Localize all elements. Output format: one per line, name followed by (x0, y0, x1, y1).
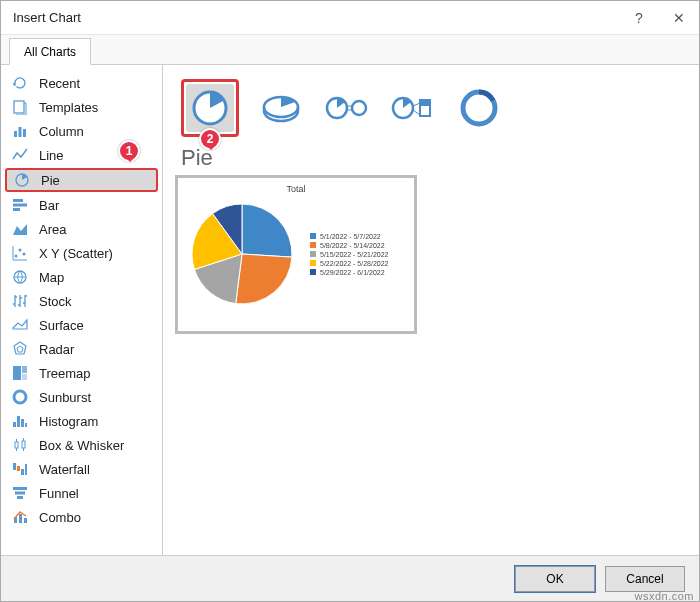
legend-swatch (310, 260, 316, 266)
legend-label: 5/8/2022 - 5/14/2022 (320, 242, 385, 249)
subtype-doughnut[interactable] (455, 84, 503, 132)
legend-item: 5/15/2022 - 5/21/2022 (310, 251, 389, 258)
subtype-bar-of-pie[interactable] (389, 84, 437, 132)
subtype-pie-3d[interactable] (257, 84, 305, 132)
svg-rect-34 (19, 514, 22, 523)
svg-rect-42 (420, 100, 430, 106)
svg-point-9 (15, 255, 18, 258)
window-title: Insert Chart (13, 10, 619, 25)
sidebar-item-boxwhisker[interactable]: Box & Whisker (1, 433, 162, 457)
sidebar-item-area[interactable]: Area (1, 217, 162, 241)
svg-rect-21 (17, 416, 20, 427)
line-icon (11, 146, 29, 164)
preview-legend: 5/1/2022 - 5/7/20225/8/2022 - 5/14/20225… (310, 231, 389, 278)
sidebar-item-label: Radar (39, 342, 74, 357)
svg-marker-14 (17, 346, 23, 352)
legend-item: 5/29/2022 - 6/1/2022 (310, 269, 389, 276)
ok-button[interactable]: OK (515, 566, 595, 592)
legend-swatch (310, 251, 316, 257)
surface-icon (11, 316, 29, 334)
sidebar-item-label: Recent (39, 76, 80, 91)
legend-swatch (310, 233, 316, 239)
sidebar-item-label: Pie (41, 173, 60, 188)
sidebar-item-label: Funnel (39, 486, 79, 501)
recent-icon (11, 74, 29, 92)
svg-rect-23 (25, 423, 27, 427)
radar-icon (11, 340, 29, 358)
subtype-pie-of-pie[interactable] (323, 84, 371, 132)
sidebar-item-label: Histogram (39, 414, 98, 429)
svg-rect-2 (19, 127, 22, 137)
sidebar-item-label: Stock (39, 294, 72, 309)
main-area: 2 Pie Total 5/1 (163, 65, 699, 555)
sidebar-item-templates[interactable]: Templates (1, 95, 162, 119)
sidebar-item-column[interactable]: Column (1, 119, 162, 143)
svg-marker-8 (13, 224, 27, 235)
svg-rect-31 (15, 492, 25, 495)
legend-swatch (310, 269, 316, 275)
sidebar-item-label: Surface (39, 318, 84, 333)
sidebar-item-scatter[interactable]: X Y (Scatter) (1, 241, 162, 265)
sidebar-item-combo[interactable]: Combo (1, 505, 162, 529)
sidebar-item-treemap[interactable]: Treemap (1, 361, 162, 385)
svg-rect-32 (17, 496, 23, 499)
waterfall-icon (11, 460, 29, 478)
pie-subtype-row: 2 (177, 75, 685, 145)
tab-all-charts[interactable]: All Charts (9, 38, 91, 65)
sidebar-item-label: Map (39, 270, 64, 285)
sidebar-item-label: Waterfall (39, 462, 90, 477)
legend-label: 5/29/2022 - 6/1/2022 (320, 269, 385, 276)
legend-label: 5/15/2022 - 5/21/2022 (320, 251, 389, 258)
legend-item: 5/22/2022 - 5/28/2022 (310, 260, 389, 267)
svg-rect-1 (14, 131, 17, 137)
legend-item: 5/8/2022 - 5/14/2022 (310, 242, 389, 249)
sidebar-item-map[interactable]: Map (1, 265, 162, 289)
sidebar-item-waterfall[interactable]: Waterfall (1, 457, 162, 481)
sidebar-item-sunburst[interactable]: Sunburst (1, 385, 162, 409)
svg-point-39 (352, 101, 366, 115)
legend-swatch (310, 242, 316, 248)
sidebar-item-funnel[interactable]: Funnel (1, 481, 162, 505)
funnel-icon (11, 484, 29, 502)
sidebar-item-label: Templates (39, 100, 98, 115)
tabs-bar: All Charts (1, 35, 699, 65)
combo-icon (11, 508, 29, 526)
sidebar-item-label: Box & Whisker (39, 438, 124, 453)
svg-rect-17 (22, 374, 27, 380)
svg-rect-3 (23, 129, 26, 137)
sunburst-icon (11, 388, 29, 406)
cancel-button[interactable]: Cancel (605, 566, 685, 592)
help-button[interactable]: ? (619, 1, 659, 35)
sidebar-item-label: Area (39, 222, 66, 237)
sidebar-item-stock[interactable]: Stock (1, 289, 162, 313)
svg-point-10 (19, 249, 22, 252)
svg-rect-30 (13, 487, 27, 490)
sidebar-item-radar[interactable]: Radar (1, 337, 162, 361)
close-button[interactable]: ✕ (659, 1, 699, 35)
svg-rect-20 (13, 422, 16, 427)
boxwhisker-icon (11, 436, 29, 454)
sidebar-item-pie[interactable]: Pie (5, 168, 158, 192)
sidebar-item-label: Treemap (39, 366, 91, 381)
preview-title: Total (188, 184, 404, 194)
sidebar-item-surface[interactable]: Surface (1, 313, 162, 337)
svg-rect-35 (24, 518, 27, 523)
pie-icon (13, 171, 31, 189)
watermark: wsxdn.com (634, 590, 694, 602)
svg-rect-7 (13, 208, 20, 211)
bar-icon (11, 196, 29, 214)
chart-preview[interactable]: Total 5/1/2022 - 5/7/20225/8/2022 - 5/14… (177, 177, 415, 332)
legend-label: 5/1/2022 - 5/7/2022 (320, 233, 381, 240)
sidebar-item-histogram[interactable]: Histogram (1, 409, 162, 433)
svg-rect-22 (21, 419, 24, 427)
callout-2: 2 (199, 128, 221, 150)
stock-icon (11, 292, 29, 310)
svg-point-11 (23, 253, 26, 256)
map-icon (11, 268, 29, 286)
svg-rect-16 (22, 366, 27, 373)
sidebar-item-recent[interactable]: Recent (1, 71, 162, 95)
subtype-pie[interactable] (186, 84, 234, 132)
column-icon (11, 122, 29, 140)
legend-item: 5/1/2022 - 5/7/2022 (310, 233, 389, 240)
sidebar-item-bar[interactable]: Bar (1, 193, 162, 217)
